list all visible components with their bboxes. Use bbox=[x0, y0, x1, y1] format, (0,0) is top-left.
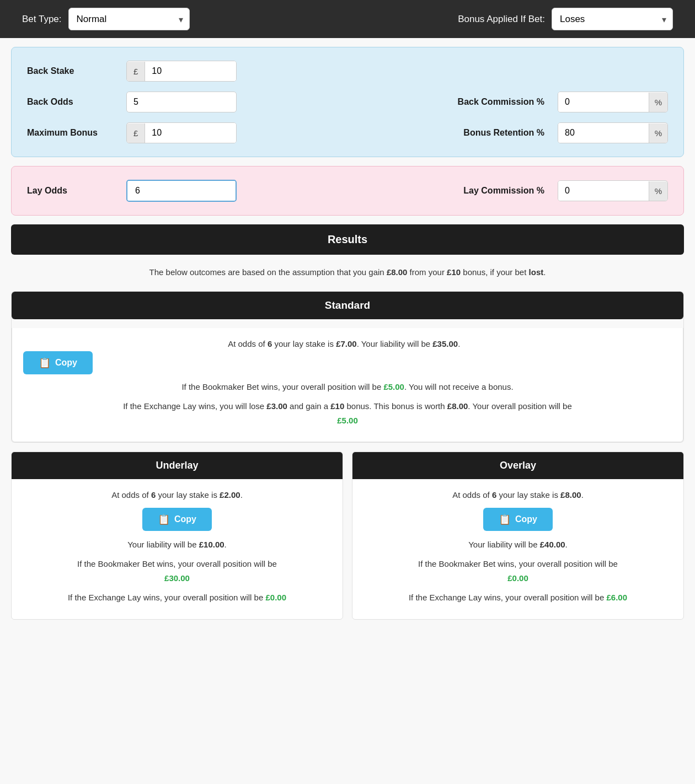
overlay-line3: If the Bookmaker Bet wins, your overall … bbox=[363, 557, 672, 585]
overlay-copy-button[interactable]: 📋 Copy bbox=[483, 508, 553, 531]
standard-line1: At odds of 6 your lay stake is £7.00. Yo… bbox=[23, 337, 672, 374]
two-col-section: Underlay At odds of 6 your lay stake is … bbox=[11, 452, 684, 620]
max-bonus-row: Maximum Bonus £ Bonus Retention % % bbox=[27, 122, 668, 143]
lay-odds-label: Lay Odds bbox=[27, 186, 126, 196]
ov-l2-pre: Your liability will be bbox=[468, 540, 540, 549]
standard-line2: If the Bookmaker Bet wins, your overall … bbox=[23, 380, 672, 394]
lay-commission-suffix: % bbox=[649, 181, 667, 201]
underlay-line2: Your liability will be £10.00. bbox=[23, 538, 332, 552]
ov-l3-pre: If the Bookmaker Bet wins, your overall … bbox=[418, 559, 618, 568]
underlay-line4: If the Exchange Lay wins, your overall p… bbox=[23, 590, 332, 605]
ov-l4-amount: £6.00 bbox=[606, 593, 627, 602]
bet-type-select-wrapper[interactable]: Normal Each Way Accumulator bbox=[68, 8, 190, 30]
underlay-copy-row: 📋 Copy bbox=[23, 508, 332, 531]
bonus-select[interactable]: Loses Wins bbox=[552, 8, 673, 30]
back-odds-input[interactable] bbox=[126, 92, 237, 112]
lay-commission-input[interactable] bbox=[558, 181, 649, 201]
underlay-header: Underlay bbox=[12, 452, 343, 479]
std-l3-total: £5.00 bbox=[337, 416, 358, 425]
max-bonus-prefix: £ bbox=[127, 123, 145, 143]
back-stake-label: Back Stake bbox=[27, 66, 126, 76]
un-l1-end: . bbox=[240, 490, 243, 500]
ov-l1-end: . bbox=[581, 490, 584, 500]
underlay-line1: At odds of 6 your lay stake is £2.00. bbox=[23, 488, 332, 502]
summary-gain: £8.00 bbox=[387, 267, 408, 277]
overlay-line2: Your liability will be £40.00. bbox=[363, 538, 672, 552]
bonus-retention-group: Bonus Retention % % bbox=[237, 122, 668, 143]
un-l2-end: . bbox=[224, 540, 227, 549]
underlay-line3: If the Bookmaker Bet wins, your overall … bbox=[23, 557, 332, 585]
std-l1-mid: your lay stake is bbox=[272, 339, 336, 348]
un-l1-stake: £2.00 bbox=[220, 490, 240, 500]
lay-commission-wrapper: % bbox=[558, 180, 668, 201]
lay-odds-input-wrapper bbox=[126, 180, 237, 202]
lay-odds-row: Lay Odds Lay Commission % % bbox=[27, 180, 668, 202]
std-l1-pre: At odds of bbox=[228, 339, 268, 348]
std-l3-lose: £3.00 bbox=[266, 401, 287, 411]
ov-l1-odds: 6 bbox=[492, 490, 496, 500]
overlay-header: Overlay bbox=[352, 452, 683, 479]
overlay-section: Overlay At odds of 6 your lay stake is £… bbox=[352, 452, 684, 620]
underlay-copy-button[interactable]: 📋 Copy bbox=[142, 508, 212, 531]
ov-l3-amount: £0.00 bbox=[507, 573, 528, 583]
summary-mid: from your bbox=[407, 267, 447, 277]
main-content: Back Stake £ Back Odds Back Commission %… bbox=[0, 38, 695, 784]
max-bonus-input[interactable] bbox=[145, 123, 236, 143]
standard-copy-label: Copy bbox=[55, 358, 77, 368]
back-commission-label: Back Commission % bbox=[423, 97, 544, 107]
std-l1-odds: 6 bbox=[268, 339, 272, 348]
std-l2-amount: £5.00 bbox=[383, 382, 404, 391]
standard-line3: If the Exchange Lay wins, you will lose … bbox=[23, 399, 672, 427]
ov-l1-stake: £8.00 bbox=[560, 490, 581, 500]
underlay-copy-label: Copy bbox=[174, 514, 196, 524]
bonus-retention-suffix: % bbox=[649, 123, 667, 143]
back-commission-input[interactable] bbox=[558, 92, 649, 112]
bonus-retention-input[interactable] bbox=[558, 123, 649, 143]
ov-l1-pre: At odds of bbox=[452, 490, 492, 500]
std-l3-worth: £8.00 bbox=[447, 401, 468, 411]
un-l3-amount: £30.00 bbox=[164, 573, 190, 583]
copy-icon: 📋 bbox=[39, 357, 51, 369]
back-commission-group: Back Commission % % bbox=[237, 92, 668, 112]
standard-body: At odds of 6 your lay stake is £7.00. Yo… bbox=[12, 328, 683, 442]
max-bonus-input-wrapper: £ bbox=[126, 122, 237, 143]
overlay-line4: If the Exchange Lay wins, your overall p… bbox=[363, 590, 672, 605]
un-l4-amount: £0.00 bbox=[265, 593, 286, 602]
underlay-body: At odds of 6 your lay stake is £2.00. 📋 … bbox=[12, 479, 343, 619]
overlay-body: At odds of 6 your lay stake is £8.00. 📋 … bbox=[352, 479, 683, 619]
un-l1-odds: 6 bbox=[151, 490, 156, 500]
bet-type-label: Bet Type: bbox=[22, 14, 62, 25]
std-l1-end: . bbox=[458, 339, 460, 348]
std-l3-post: bonus. This bonus is worth bbox=[344, 401, 447, 411]
overlay-copy-row: 📋 Copy bbox=[363, 508, 672, 531]
overlay-line1: At odds of 6 your lay stake is £8.00. bbox=[363, 488, 672, 502]
std-l2-pre: If the Bookmaker Bet wins, your overall … bbox=[181, 382, 383, 391]
un-l2-liability: £10.00 bbox=[199, 540, 224, 549]
std-l3-mid: and gain a bbox=[287, 401, 330, 411]
standard-section: Standard At odds of 6 your lay stake is … bbox=[11, 291, 684, 443]
back-odds-row: Back Odds Back Commission % % bbox=[27, 92, 668, 112]
std-l1-post: . Your liability will be bbox=[357, 339, 433, 348]
ov-l4-pre: If the Exchange Lay wins, your overall p… bbox=[409, 593, 607, 602]
bet-type-select[interactable]: Normal Each Way Accumulator bbox=[68, 8, 190, 30]
summary-verb: lost bbox=[529, 267, 544, 277]
blue-section: Back Stake £ Back Odds Back Commission %… bbox=[11, 47, 684, 157]
bonus-select-wrapper[interactable]: Loses Wins bbox=[552, 8, 673, 30]
un-l1-pre: At odds of bbox=[111, 490, 151, 500]
un-l2-pre: Your liability will be bbox=[127, 540, 199, 549]
un-l3-pre: If the Bookmaker Bet wins, your overall … bbox=[77, 559, 277, 568]
summary-bonus: £10 bbox=[447, 267, 461, 277]
standard-copy-button[interactable]: 📋 Copy bbox=[23, 351, 93, 374]
summary-pre: The below outcomes are based on the assu… bbox=[149, 267, 387, 277]
max-bonus-label: Maximum Bonus bbox=[27, 128, 126, 138]
std-l1-liability: £35.00 bbox=[432, 339, 458, 348]
lay-odds-input[interactable] bbox=[127, 181, 236, 201]
std-l3-gain: £10 bbox=[330, 401, 344, 411]
back-stake-input[interactable] bbox=[145, 61, 236, 81]
back-stake-prefix: £ bbox=[127, 62, 145, 81]
back-odds-label: Back Odds bbox=[27, 97, 126, 107]
std-l3-post2: . Your overall position will be bbox=[468, 401, 571, 411]
bonus-retention-wrapper: % bbox=[558, 122, 668, 143]
standard-header: Standard bbox=[12, 292, 683, 319]
overlay-copy-label: Copy bbox=[515, 514, 537, 524]
